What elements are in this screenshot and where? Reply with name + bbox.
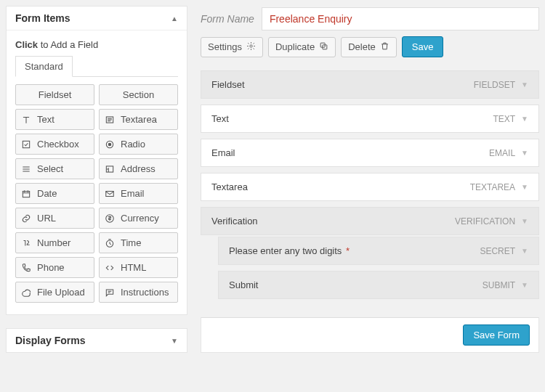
svg-rect-5 [23,191,29,197]
field-item-email[interactable]: Email [99,183,178,204]
display-forms-header[interactable]: Display Forms ▼ [7,329,187,352]
field-item-url[interactable]: URL [15,208,94,229]
chevron-down-icon: ▼ [521,115,528,123]
field-item-label: Time [121,237,141,248]
phone-icon [20,263,32,273]
row-name: Fieldset [211,79,245,90]
duplicate-button[interactable]: Duplicate [268,37,336,57]
field-item-select[interactable]: Select [15,158,94,179]
row-type: VERIFICATION [455,216,515,226]
textarea-icon [104,115,116,125]
field-item-textarea[interactable]: Textarea [99,109,178,130]
form-row-text[interactable]: TextTEXT▼ [201,105,539,133]
field-item-label: Date [37,188,57,199]
form-items-panel: Form Items ▲ Click to Add a Field Standa… [6,6,187,315]
field-item-label: Currency [121,213,159,224]
form-row-fieldset[interactable]: FieldsetFIELDSET▼ [201,70,539,99]
field-item-address[interactable]: Address [99,158,178,179]
nested-row-submit[interactable]: SubmitSUBMIT▼ [218,271,539,299]
radio-icon [104,139,116,150]
email-icon [104,189,116,199]
instructions-icon [104,287,116,298]
form-row-verification[interactable]: VerificationVERIFICATION▼ [201,207,539,235]
click-to-add-label: Click to Add a Field [15,39,178,50]
field-item-time[interactable]: Time [99,232,178,253]
field-item-label: HTML [121,262,146,273]
field-item-html[interactable]: HTML [99,257,178,278]
checkbox-icon [20,139,32,150]
row-name: Submit [229,279,258,290]
field-item-label: Address [121,163,156,174]
svg-rect-1 [23,141,29,147]
field-item-label: URL [37,213,56,224]
url-icon [20,213,32,224]
gear-icon [246,41,256,53]
select-icon [20,164,32,174]
row-type: TEXTAREA [470,182,515,192]
field-item-label: Phone [37,262,65,273]
row-name: Please enter any two digits * [229,245,350,256]
form-name-input[interactable] [262,7,539,30]
row-name: Text [211,113,229,124]
field-item-phone[interactable]: Phone [15,257,94,278]
html-icon [104,263,116,273]
date-icon [20,189,32,199]
display-forms-title: Display Forms [15,335,85,346]
display-forms-panel: Display Forms ▼ [6,328,187,353]
save-button[interactable]: Save [402,36,444,57]
settings-button[interactable]: Settings [201,37,263,57]
number-icon [20,238,32,248]
row-type: SUBMIT [483,280,515,290]
file-upload-icon [20,287,32,298]
required-icon: * [342,245,350,256]
text-icon [20,115,32,125]
row-name: Textarea [211,181,248,192]
field-item-checkbox[interactable]: Checkbox [15,134,94,155]
field-item-instructions[interactable]: Instructions [99,282,178,303]
field-item-label: File Upload [37,287,85,298]
currency-icon [104,213,116,224]
field-item-label: Checkbox [37,139,79,150]
svg-point-9 [250,44,252,46]
field-item-label: Radio [121,139,145,150]
time-icon [104,238,116,248]
chevron-down-icon: ▼ [521,281,528,289]
tab-standard[interactable]: Standard [15,56,73,77]
field-type-tabs: Standard [15,56,178,77]
field-item-fieldset[interactable]: Fieldset [15,84,94,105]
field-item-label: Email [121,188,145,199]
chevron-down-icon: ▼ [521,81,528,89]
form-row-email[interactable]: EmailEMAIL▼ [201,139,539,167]
form-row-textarea[interactable]: TextareaTEXTAREA▼ [201,173,539,201]
expand-icon: ▼ [171,337,178,345]
field-item-section[interactable]: Section [99,84,178,105]
field-item-label: Instructions [121,287,169,298]
chevron-down-icon: ▼ [521,217,528,225]
save-form-button[interactable]: Save Form [463,324,530,346]
delete-button[interactable]: Delete [341,37,397,57]
row-type: FIELDSET [474,80,515,90]
chevron-down-icon: ▼ [521,183,528,191]
field-item-file-upload[interactable]: File Upload [15,282,94,303]
field-item-label: Section [123,89,154,100]
field-item-currency[interactable]: Currency [99,208,178,229]
address-icon [104,164,116,174]
footer-bar: Save Form [201,317,539,353]
svg-point-3 [108,143,111,146]
copy-icon [319,41,328,53]
row-type: SECRET [480,246,515,256]
nested-row-secret[interactable]: Please enter any two digits *SECRET▼ [218,237,539,265]
row-name: Email [211,147,235,158]
row-name: Verification [211,216,258,226]
field-item-radio[interactable]: Radio [99,134,178,155]
form-name-label: Form Name [201,13,254,25]
form-items-header[interactable]: Form Items ▲ [7,7,187,30]
field-item-date[interactable]: Date [15,183,94,204]
row-type: TEXT [493,114,515,124]
field-item-label: Number [37,237,70,248]
field-item-number[interactable]: Number [15,232,94,253]
field-item-label: Select [37,163,63,174]
form-items-title: Form Items [15,12,70,24]
field-item-text[interactable]: Text [15,109,94,130]
field-item-label: Textarea [121,114,157,125]
